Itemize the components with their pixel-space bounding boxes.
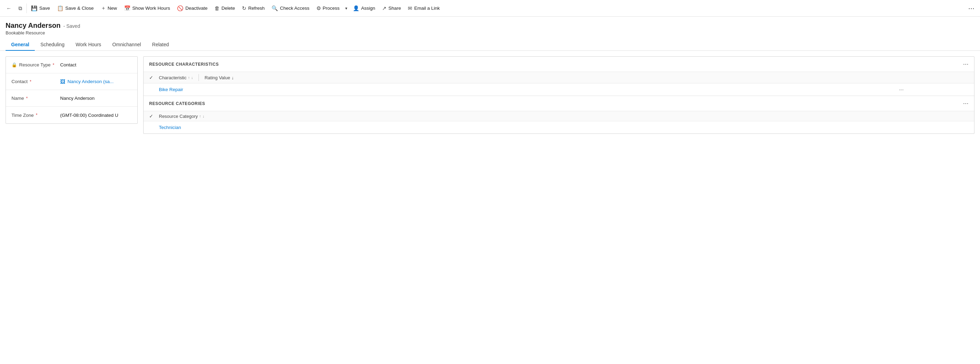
- characteristic-col-header[interactable]: Characteristic ↑ ↓: [159, 75, 193, 80]
- resource-categories-section: RESOURCE CATEGORIES ⋯ ✓ Resource Categor…: [143, 96, 974, 134]
- saved-status: - Saved: [63, 23, 80, 29]
- resource-type-label: 🔒 Resource Type *: [11, 62, 60, 67]
- process-button-group: ⚙ Process ▾: [313, 2, 349, 15]
- timezone-label: Time Zone *: [11, 113, 60, 118]
- col-check-icon[interactable]: ✓: [149, 113, 156, 119]
- resource-characteristics-more-button[interactable]: ⋯: [963, 61, 969, 67]
- refresh-icon: ↻: [242, 5, 247, 11]
- new-icon: ＋: [101, 5, 106, 11]
- resource-category-col-header[interactable]: Resource Category ↑ ↓: [159, 114, 204, 119]
- check-access-button[interactable]: 🔍 Check Access: [268, 2, 313, 15]
- resource-categories-more-button[interactable]: ⋯: [963, 100, 969, 107]
- process-button[interactable]: ⚙ Process: [313, 2, 343, 15]
- chevron-down-icon: ▾: [345, 6, 347, 11]
- rating-value-col-header[interactable]: Rating Value ↓: [204, 75, 234, 80]
- tab-scheduling[interactable]: Scheduling: [35, 39, 70, 51]
- lock-icon: 🔒: [11, 62, 17, 67]
- form-row-contact: Contact * 🖼 Nancy Anderson (sa...: [6, 73, 137, 90]
- show-work-hours-label: Show Work Hours: [132, 6, 170, 11]
- back-button[interactable]: ←: [3, 2, 15, 15]
- assign-icon: 👤: [353, 5, 360, 11]
- save-close-label: Save & Close: [65, 6, 94, 11]
- timezone-value[interactable]: (GMT-08:00) Coordinated U: [60, 113, 132, 118]
- name-label: Name *: [11, 95, 60, 101]
- resource-characteristics-section: RESOURCE CHARACTERISTICS ⋯ ✓ Characteris…: [143, 57, 974, 96]
- resource-characteristics-col-header: ✓ Characteristic ↑ ↓ Rating Value ↓: [143, 72, 974, 83]
- resource-type-value[interactable]: Contact: [60, 62, 132, 67]
- resource-categories-header: RESOURCE CATEGORIES ⋯: [143, 96, 974, 111]
- share-button[interactable]: ↗ Share: [379, 2, 404, 15]
- sort-up-icon: ↑: [199, 114, 201, 118]
- required-indicator: *: [30, 79, 32, 84]
- save-icon: 💾: [31, 5, 38, 11]
- process-label: Process: [323, 6, 340, 11]
- tab-omnichannel[interactable]: Omnichannel: [107, 39, 147, 51]
- assign-label: Assign: [361, 6, 375, 11]
- share-icon: ↗: [382, 5, 387, 11]
- main-content: 🔒 Resource Type * Contact Contact * 🖼 Na…: [0, 51, 980, 140]
- rating-sort-icon: ↓: [232, 75, 234, 80]
- process-icon: ⚙: [317, 5, 321, 11]
- tabs: General Scheduling Work Hours Omnichanne…: [0, 39, 980, 51]
- tab-related[interactable]: Related: [147, 39, 175, 51]
- delete-icon: 🗑: [215, 5, 220, 11]
- email-link-label: Email a Link: [414, 6, 440, 11]
- delete-button[interactable]: 🗑 Delete: [211, 2, 239, 15]
- assign-button[interactable]: 👤 Assign: [349, 2, 379, 15]
- delete-label: Delete: [221, 6, 235, 11]
- refresh-label: Refresh: [248, 6, 264, 11]
- name-value[interactable]: Nancy Anderson: [60, 95, 132, 101]
- more-options-icon: ⋯: [968, 5, 974, 12]
- contact-record-icon: 🖼: [60, 79, 65, 84]
- resource-characteristics-header: RESOURCE CHARACTERISTICS ⋯: [143, 57, 974, 72]
- sort-down-icon: ↓: [203, 114, 205, 118]
- tab-general[interactable]: General: [6, 39, 35, 51]
- sort-up-icon: ↑: [188, 75, 190, 79]
- back-icon: ←: [6, 5, 11, 11]
- deactivate-icon: 🚫: [177, 5, 183, 11]
- sort-down-icon: ↓: [191, 75, 193, 79]
- save-close-button[interactable]: 📋 Save & Close: [54, 2, 97, 15]
- right-panels: RESOURCE CHARACTERISTICS ⋯ ✓ Characteris…: [143, 56, 974, 134]
- window-icon: ⧉: [18, 5, 22, 11]
- resource-categories-title: RESOURCE CATEGORIES: [149, 101, 205, 106]
- refresh-button[interactable]: ↻ Refresh: [239, 2, 268, 15]
- toolbar: ← ⧉ 💾 Save 📋 Save & Close ＋ New 📅 Show W…: [0, 0, 980, 17]
- characteristic-link[interactable]: Bike Repair: [159, 87, 896, 92]
- form-row-timezone: Time Zone * (GMT-08:00) Coordinated U: [6, 107, 137, 123]
- process-dropdown-button[interactable]: ▾: [343, 2, 349, 15]
- resource-characteristic-row: Bike Repair ---: [143, 83, 974, 95]
- email-icon: ✉: [408, 5, 412, 11]
- required-indicator: *: [36, 113, 38, 118]
- show-work-hours-button[interactable]: 📅 Show Work Hours: [121, 2, 174, 15]
- new-button[interactable]: ＋ New: [97, 2, 121, 15]
- deactivate-label: Deactivate: [185, 6, 208, 11]
- page-subtitle: Bookable Resource: [6, 30, 974, 35]
- category-link[interactable]: Technician: [159, 125, 969, 130]
- check-access-icon: 🔍: [272, 5, 278, 11]
- contact-value[interactable]: 🖼 Nancy Anderson (sa...: [60, 79, 132, 84]
- rating-value: ---: [899, 87, 969, 92]
- calendar-icon: 📅: [124, 5, 131, 11]
- form-row-name: Name * Nancy Anderson: [6, 90, 137, 107]
- page-title: Nancy Anderson: [6, 22, 60, 30]
- save-close-icon: 📋: [57, 5, 64, 11]
- required-indicator: *: [53, 63, 54, 67]
- check-access-label: Check Access: [280, 6, 309, 11]
- column-separator: [199, 74, 199, 81]
- col-check-icon[interactable]: ✓: [149, 75, 156, 80]
- page-header: Nancy Anderson - Saved Bookable Resource: [0, 17, 980, 35]
- tab-work-hours[interactable]: Work Hours: [70, 39, 107, 51]
- save-button[interactable]: 💾 Save: [27, 2, 54, 15]
- email-link-button[interactable]: ✉ Email a Link: [404, 2, 443, 15]
- form-row-resource-type: 🔒 Resource Type * Contact: [6, 57, 137, 73]
- contact-label: Contact *: [11, 79, 60, 84]
- deactivate-button[interactable]: 🚫 Deactivate: [173, 2, 211, 15]
- resource-characteristics-title: RESOURCE CHARACTERISTICS: [149, 62, 219, 67]
- save-label: Save: [39, 6, 50, 11]
- resource-categories-col-header: ✓ Resource Category ↑ ↓: [143, 111, 974, 121]
- form-panel: 🔒 Resource Type * Contact Contact * 🖼 Na…: [6, 56, 138, 124]
- more-options-button[interactable]: ⋯: [966, 2, 977, 15]
- window-button[interactable]: ⧉: [15, 2, 26, 15]
- share-label: Share: [388, 6, 401, 11]
